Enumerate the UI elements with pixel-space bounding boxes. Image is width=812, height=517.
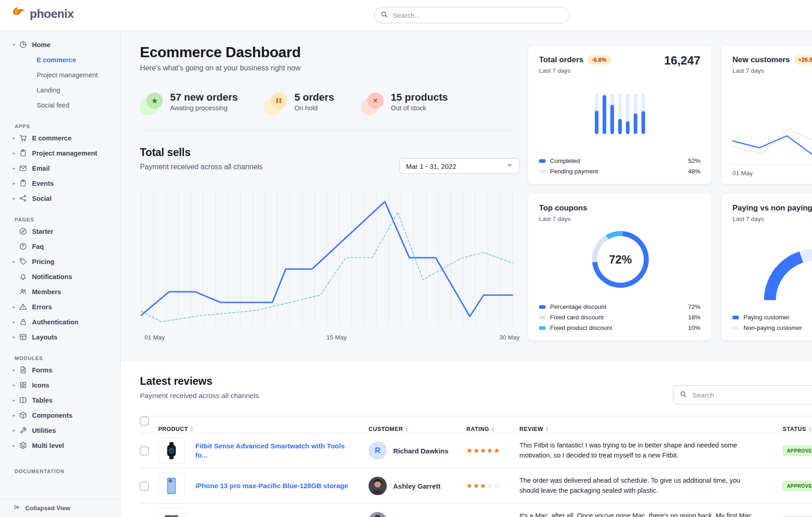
review-text: The order was delivered ahead of schedul… xyxy=(519,476,783,496)
search-icon xyxy=(381,11,388,20)
sidebar-item-e-commerce[interactable]: E commerce xyxy=(0,52,120,67)
sidebar-item-authentication[interactable]: ▸Authentication xyxy=(0,314,120,329)
row-checkbox[interactable] xyxy=(140,447,149,455)
reviews-search-input[interactable] xyxy=(691,391,812,399)
column-header-status[interactable]: STATUS▲▼ xyxy=(783,426,812,432)
product-image-watch xyxy=(161,441,182,461)
customer-photo xyxy=(369,512,387,517)
caret-right-icon: ▸ xyxy=(13,259,19,264)
sidebar-item-forms[interactable]: ▸Forms xyxy=(0,362,120,377)
product-thumbnail[interactable] xyxy=(158,473,185,499)
legend-row: Fixed card discount18% xyxy=(539,312,700,323)
card-period: Last 7 days xyxy=(539,67,700,74)
warning-icon xyxy=(19,303,27,311)
phoenix-bird-icon xyxy=(12,6,26,21)
stat-item: ★57 new ordersAwating processing xyxy=(140,92,238,115)
column-header-review[interactable]: REVIEW▲▼ xyxy=(519,426,783,432)
compass-icon xyxy=(19,227,27,236)
avatar xyxy=(369,477,387,495)
product-thumbnail[interactable] xyxy=(158,508,185,517)
review-text: It's a Mac, after all. Once you've gone … xyxy=(519,511,783,517)
x-axis-label: 01 May xyxy=(732,170,753,177)
total-sells-svg xyxy=(140,188,514,332)
global-search-input[interactable] xyxy=(392,11,563,20)
sidebar-item-home[interactable]: ▾Home xyxy=(0,37,120,52)
sidebar-item-errors[interactable]: ▸Errors xyxy=(0,299,120,314)
product-link[interactable]: iPhone 13 pro max-Pacific Blue-128GB sto… xyxy=(195,481,369,490)
sidebar-item-e-commerce[interactable]: ▸E commerce xyxy=(0,130,120,145)
select-all-checkbox[interactable] xyxy=(140,417,149,425)
app-root: phoenix ▾HomeE commerceProject managemen… xyxy=(0,0,812,517)
legend-row: Completed52% xyxy=(539,156,700,166)
total-sells-title: Total sells xyxy=(140,146,191,159)
sidebar-item-icons[interactable]: ▸Icons xyxy=(0,377,120,393)
sidebar-item-starter[interactable]: Starter xyxy=(0,224,120,239)
clipboard-icon xyxy=(19,149,27,157)
reviews-subtitle: Payment received across all channels xyxy=(140,392,259,400)
layout-icon xyxy=(19,333,27,341)
collapsed-view-toggle[interactable]: Collapsed View xyxy=(0,499,120,517)
pause-icon xyxy=(264,92,288,115)
reviews-table: PRODUCT▲▼CUSTOMER▲▼RATING▲▼REVIEW▲▼STATU… xyxy=(140,416,812,517)
donut-center-label: 72% xyxy=(609,253,632,266)
product-link[interactable]: Fitbit Sense Advanced Smartwatch with To… xyxy=(195,442,369,460)
total-sells-chart xyxy=(140,188,514,334)
global-search[interactable] xyxy=(374,7,570,23)
total-sells-subtitle: Payment received across all channels xyxy=(140,163,263,171)
sidebar-item-faq[interactable]: Faq xyxy=(0,239,120,254)
page-subtitle: Here's what's going on at your business … xyxy=(140,64,300,72)
sidebar-item-social-feed[interactable]: Social feed xyxy=(0,97,120,113)
rating-stars: ★★★★★ xyxy=(466,447,519,455)
sidebar-item-utilities[interactable]: ▸Utilities xyxy=(0,423,120,438)
sidebar-item-multi-level[interactable]: ▸Multi level xyxy=(0,438,120,453)
customer-name: Ashley Garrett xyxy=(393,482,440,490)
card-title: Total orders xyxy=(539,55,583,65)
product-thumbnail[interactable] xyxy=(158,437,185,464)
sidebar-item-components[interactable]: ▸Components xyxy=(0,408,120,423)
sidebar-item-tables[interactable]: ▸Tables xyxy=(0,393,120,408)
stat-caption: Awating processing xyxy=(170,104,238,112)
sidebar-item-pricing[interactable]: ▸Pricing xyxy=(0,254,120,269)
row-checkbox[interactable] xyxy=(140,482,149,490)
sidebar-item-project-management[interactable]: Project management xyxy=(0,67,120,82)
sidebar-section-label: PAGES xyxy=(0,217,120,222)
card-top-coupons: Top coupons Last 7 days 72% Percentage d… xyxy=(528,193,712,341)
lock-icon xyxy=(19,318,27,326)
date-range-select[interactable]: Mar 1 - 31, 2022 xyxy=(399,158,520,174)
column-header-product[interactable]: PRODUCT▲▼ xyxy=(158,426,195,432)
sidebar-item-project-management[interactable]: ▸Project management xyxy=(0,145,120,161)
bar-track xyxy=(626,94,630,134)
sort-icon: ▲▼ xyxy=(405,426,408,432)
pie-chart-icon xyxy=(19,41,27,49)
brand-logo[interactable]: phoenix xyxy=(12,6,74,21)
customer-photo xyxy=(369,477,387,495)
sidebar-item-notifications[interactable]: Notifications xyxy=(0,269,120,284)
file-icon xyxy=(19,366,27,374)
product-image-laptop xyxy=(161,511,182,517)
sidebar-item-layouts[interactable]: ▸Layouts xyxy=(0,329,120,345)
clipboard-icon xyxy=(19,179,27,188)
sidebar-item-email[interactable]: ▸Email xyxy=(0,161,120,176)
reviews-search[interactable] xyxy=(673,385,812,404)
card-period: Last 7 days xyxy=(539,215,700,222)
grid-icon xyxy=(19,381,27,389)
column-header-rating[interactable]: RATING▲▼ xyxy=(466,426,519,432)
sidebar-section-label: MODULES xyxy=(0,355,120,361)
sidebar-item-members[interactable]: Members xyxy=(0,284,120,299)
card-paying-vs-nonpaying: Paying vs non paying Last 7 days Paying … xyxy=(721,193,812,341)
column-header-customer[interactable]: CUSTOMER▲▼ xyxy=(369,426,466,432)
tag-icon xyxy=(19,258,27,266)
sidebar-item-landing[interactable]: Landing xyxy=(0,82,120,97)
caret-right-icon: ▸ xyxy=(13,334,19,339)
caret-right-icon: ▸ xyxy=(13,151,19,156)
card-title: New customers xyxy=(732,55,790,65)
sidebar-section-label: DOCUMENTATION xyxy=(0,469,120,474)
stat-item: 5 ordersOn hold xyxy=(264,92,334,115)
card-title: Top coupons xyxy=(539,204,587,213)
sidebar-item-social[interactable]: ▸Social xyxy=(0,191,120,206)
caret-right-icon: ▸ xyxy=(13,398,19,403)
bar-track xyxy=(603,94,606,134)
sidebar-item-events[interactable]: ▸Events xyxy=(0,176,120,191)
caret-right-icon: ▸ xyxy=(13,428,19,433)
sort-icon: ▲▼ xyxy=(545,426,549,432)
